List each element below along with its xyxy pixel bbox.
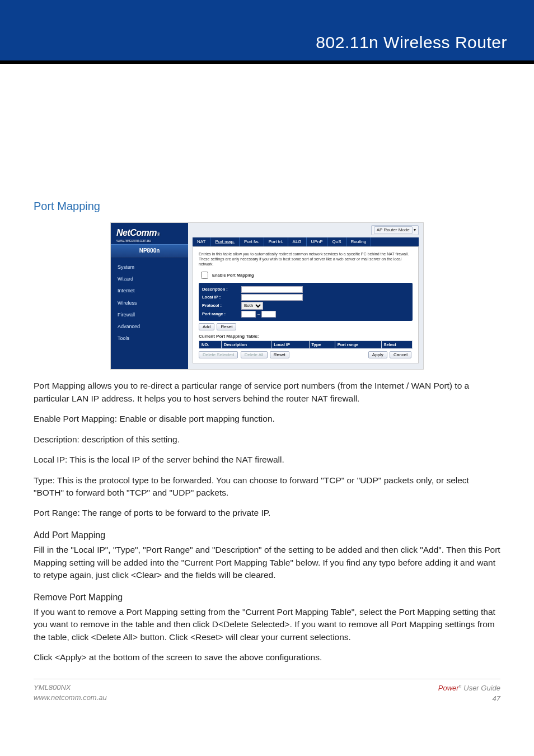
local-ip-input[interactable] — [241, 294, 303, 301]
mode-label: AP Router Mode — [374, 226, 413, 234]
intro-note: Entries in this table allow you to autom… — [199, 251, 413, 267]
tab-nat[interactable]: NAT — [193, 237, 210, 246]
sidebar-item-wizard[interactable]: Wizard — [111, 273, 188, 285]
port-range-dash: – — [257, 311, 260, 317]
tab-port-tri[interactable]: Port tri. — [264, 237, 288, 246]
col-select: Select — [381, 340, 412, 348]
port-range-to-input[interactable] — [261, 311, 276, 318]
sidebar-item-wireless[interactable]: Wireless — [111, 297, 188, 309]
col-type: Type — [309, 340, 335, 348]
final-note: Click <Apply> at the bottom of the scree… — [34, 651, 500, 664]
sidebar-item-system[interactable]: System — [111, 262, 188, 273]
intro-para: Port Mapping allows you to re-direct a p… — [34, 380, 500, 405]
tab-bar: NAT Port map. Port fw. Port tri. ALG UPn… — [193, 237, 419, 246]
item-port-range: Port Range: The range of ports to be for… — [34, 507, 500, 519]
tab-routing[interactable]: Routing — [346, 237, 372, 246]
footer-guide: Powern User Guide — [438, 683, 500, 694]
tab-port-map[interactable]: Port map. — [210, 237, 240, 246]
tab-content: Entries in this table allow you to autom… — [193, 246, 419, 364]
port-mapping-table: NO. Description Local IP Type Port range… — [199, 340, 413, 349]
protocol-select[interactable]: Both — [241, 302, 263, 310]
port-range-from-input[interactable] — [241, 311, 256, 318]
logo-reg: ® — [157, 232, 160, 237]
logo-url: www.netcomm.com.au — [116, 239, 185, 244]
cancel-button[interactable]: Cancel — [390, 351, 411, 358]
item-local-ip: Local IP: This is the local IP of the se… — [34, 454, 500, 466]
header-title: 802.11n Wireless Router — [316, 33, 507, 52]
tab-qos[interactable]: QoS — [327, 237, 346, 246]
sidebar-item-firewall[interactable]: Firewall — [111, 309, 188, 321]
remove-port-mapping-head: Remove Port Mapping — [34, 591, 500, 604]
sidebar: NetComm® www.netcomm.com.au NP800n Syste… — [111, 223, 188, 370]
table-title: Current Port Mapping Table: — [199, 334, 413, 339]
remove-port-mapping-text: If you want to remove a Port Mapping set… — [34, 606, 500, 643]
page-footer: YML800NX www.netcomm.com.au Powern User … — [0, 683, 534, 716]
tab-upnp[interactable]: UPnP — [307, 237, 328, 246]
add-port-mapping-head: Add Port Mapping — [34, 529, 500, 542]
col-local-ip: Local IP — [271, 340, 309, 348]
add-button[interactable]: Add — [199, 323, 214, 330]
mode-select[interactable]: AP Router Mode ▾ — [193, 225, 419, 235]
footer-divider — [34, 679, 500, 679]
add-port-mapping-text: Fill in the "Local IP", "Type", "Port Ra… — [34, 544, 500, 581]
footer-url: www.netcomm.com.au — [34, 693, 107, 703]
sidebar-item-tools[interactable]: Tools — [111, 333, 188, 344]
sidebar-item-internet[interactable]: Internet — [111, 285, 188, 297]
field-label-port-range: Port range : — [202, 311, 241, 316]
field-label-protocol: Protocol : — [202, 303, 241, 308]
field-label-description: Description : — [202, 287, 241, 292]
enable-port-mapping-checkbox[interactable] — [201, 272, 208, 279]
sidebar-nav: System Wizard Internet Wireless Firewall… — [111, 258, 188, 348]
description-input[interactable] — [241, 286, 303, 293]
router-screenshot: NetComm® www.netcomm.com.au NP800n Syste… — [110, 222, 424, 370]
model-badge: NP800n — [111, 244, 188, 258]
col-description: Description — [221, 340, 271, 348]
reset-button[interactable]: Reset — [217, 323, 236, 330]
delete-selected-button[interactable]: Delete Selected — [199, 351, 238, 358]
tab-port-fw[interactable]: Port fw. — [240, 237, 264, 246]
col-no: NO. — [199, 340, 222, 348]
header-band: 802.11n Wireless Router — [0, 0, 534, 60]
field-label-local-ip: Local IP : — [202, 295, 241, 300]
footer-model: YML800NX — [34, 683, 107, 693]
section-title: Port Mapping — [34, 198, 500, 214]
col-port-range: Port range — [335, 340, 381, 348]
delete-all-button[interactable]: Delete All — [241, 351, 268, 358]
footer-page: 47 — [438, 694, 500, 704]
item-type: Type: This is the protocol type to be fo… — [34, 474, 500, 500]
brand-logo: NetComm® www.netcomm.com.au — [111, 223, 188, 245]
item-description: Description: description of this setting… — [34, 433, 500, 446]
logo-text: NetComm — [116, 228, 157, 237]
table-reset-button[interactable]: Reset — [270, 351, 289, 358]
sidebar-item-advanced[interactable]: Advanced — [111, 321, 188, 333]
enable-port-mapping-label: Enable Port Mapping — [212, 273, 254, 278]
tab-alg[interactable]: ALG — [288, 237, 307, 246]
apply-button[interactable]: Apply — [368, 351, 387, 358]
item-enable: Enable Port Mapping: Enable or disable p… — [34, 413, 500, 425]
